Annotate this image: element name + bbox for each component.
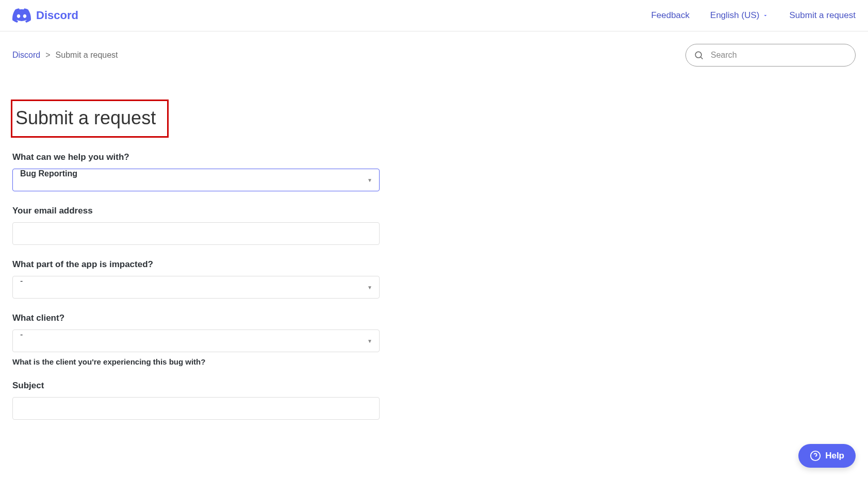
hint-client: What is the client you're experiencing t… bbox=[12, 357, 380, 366]
field-help-with: What can we help you with? Bug Reporting… bbox=[12, 152, 380, 191]
breadcrumb: Discord > Submit a request bbox=[12, 51, 118, 60]
field-client: What client? - ▼ What is the client you'… bbox=[12, 313, 380, 366]
page-title-highlight: Submit a request bbox=[11, 100, 169, 138]
main-content: Submit a request What can we help you wi… bbox=[0, 79, 722, 478]
svg-point-0 bbox=[695, 52, 701, 58]
select-help-with[interactable]: Bug Reporting bbox=[12, 169, 380, 191]
subheader: Discord > Submit a request bbox=[0, 31, 868, 79]
field-email: Your email address bbox=[12, 206, 380, 245]
submit-request-link[interactable]: Submit a request bbox=[789, 10, 856, 21]
header: Discord Feedback English (US) Submit a r… bbox=[0, 0, 868, 31]
subject-input[interactable] bbox=[12, 397, 380, 420]
label-help-with: What can we help you with? bbox=[12, 152, 380, 162]
language-selector[interactable]: English (US) bbox=[710, 10, 768, 21]
label-email: Your email address bbox=[12, 206, 380, 216]
email-input[interactable] bbox=[12, 222, 380, 245]
select-client[interactable]: - bbox=[12, 329, 380, 352]
language-label: English (US) bbox=[710, 10, 759, 21]
discord-icon bbox=[12, 8, 31, 23]
select-app-part[interactable]: - bbox=[12, 276, 380, 299]
label-subject: Subject bbox=[12, 381, 380, 391]
logo-text: Discord bbox=[36, 9, 78, 22]
page-title: Submit a request bbox=[12, 107, 156, 129]
search-wrapper bbox=[685, 44, 856, 67]
svg-line-1 bbox=[701, 57, 703, 59]
help-icon bbox=[810, 450, 821, 461]
label-app-part: What part of the app is impacted? bbox=[12, 259, 380, 270]
search-icon bbox=[694, 50, 704, 60]
search-input[interactable] bbox=[685, 44, 856, 67]
help-widget-button[interactable]: Help bbox=[798, 444, 856, 468]
chevron-down-icon bbox=[762, 12, 768, 19]
help-widget-label: Help bbox=[825, 451, 844, 461]
logo-link[interactable]: Discord bbox=[12, 8, 78, 23]
header-nav: Feedback English (US) Submit a request bbox=[651, 10, 856, 21]
label-client: What client? bbox=[12, 313, 380, 323]
field-app-part: What part of the app is impacted? - ▼ bbox=[12, 259, 380, 299]
breadcrumb-current: Submit a request bbox=[56, 51, 118, 60]
feedback-link[interactable]: Feedback bbox=[651, 10, 690, 21]
breadcrumb-root[interactable]: Discord bbox=[12, 51, 40, 60]
field-subject: Subject bbox=[12, 381, 380, 420]
breadcrumb-separator: > bbox=[45, 51, 50, 60]
